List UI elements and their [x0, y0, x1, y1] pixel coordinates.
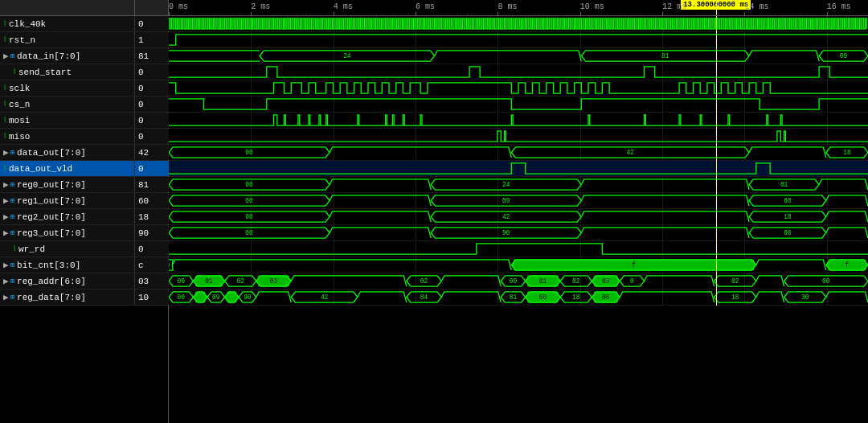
- expand-icon[interactable]: ▶: [3, 179, 9, 190]
- svg-text:00: 00: [178, 294, 185, 301]
- waveform-row[interactable]: [169, 113, 868, 129]
- signal-list: ⌇clk_40k0⌇rst_n1▶ ⊞data_in[7:0]81⌇send_s…: [0, 16, 169, 423]
- signal-value-cell: 90: [135, 225, 169, 240]
- svg-text:42: 42: [502, 213, 510, 220]
- timeline-header[interactable]: 13.300000000 ms0 ms2 ms4 ms6 ms8 ms10 ms…: [169, 0, 868, 16]
- signal-value-cell: 0: [135, 113, 169, 128]
- expand-icon[interactable]: ▶: [3, 195, 9, 206]
- signal-row[interactable]: ⌇miso0: [0, 129, 168, 145]
- expand-icon[interactable]: ▶: [3, 51, 9, 61]
- signal-value-cell: 1: [135, 32, 169, 47]
- signal-row[interactable]: ⌇data_out_vld0: [0, 161, 168, 177]
- svg-text:06: 06: [784, 229, 791, 236]
- signal-value-cell: 42: [135, 145, 169, 160]
- waveform-row[interactable]: 00010203020001020300200: [169, 273, 868, 290]
- waveform-row[interactable]: ff: [169, 257, 868, 273]
- signal-row[interactable]: ▶ ⊞data_out[7:0]42: [0, 145, 168, 161]
- signal-label: data_in[7:0]: [17, 51, 80, 61]
- signal-row[interactable]: ⌇wr_rd0: [0, 241, 168, 257]
- signal-row[interactable]: ▶ ⊞reg3_out[7:0]90: [0, 225, 168, 241]
- svg-text:01: 01: [539, 277, 547, 285]
- waveform-row[interactable]: [169, 32, 868, 48]
- waveform-row[interactable]: [169, 97, 868, 113]
- svg-text:18: 18: [843, 149, 850, 156]
- svg-text:60: 60: [539, 294, 547, 301]
- waveform-area[interactable]: 248109004218002481000960004218009006ff00…: [169, 16, 868, 423]
- signal-name-cell: ⌇miso: [0, 129, 135, 144]
- time-marker: 10 ms: [580, 2, 604, 11]
- expand-icon[interactable]: ▶: [3, 212, 9, 222]
- waveform-row[interactable]: [169, 80, 868, 97]
- signal-label: bit_cnt[3:0]: [17, 261, 80, 270]
- signal-row[interactable]: ⌇cs_n0: [0, 97, 168, 113]
- svg-text:02: 02: [731, 277, 739, 285]
- signal-row[interactable]: ▶ ⊞reg2_out[7:0]18: [0, 209, 168, 225]
- waveform-row[interactable]: [169, 161, 868, 177]
- signal-label: reg2_out[7:0]: [17, 212, 86, 222]
- signal-row[interactable]: ▶ ⊞reg1_out[7:0]60: [0, 193, 168, 209]
- expand-icon[interactable]: ▶: [3, 260, 9, 270]
- signal-label: reg3_out[7:0]: [17, 228, 86, 238]
- signal-value-cell: 0: [135, 129, 169, 144]
- signal-label: mosi: [9, 116, 30, 125]
- svg-text:18: 18: [784, 213, 791, 220]
- waveform-row[interactable]: 002481: [169, 177, 868, 193]
- signal-row[interactable]: ▶ ⊞reg0_out[7:0]81: [0, 177, 168, 193]
- signal-value-cell: 60: [135, 193, 169, 208]
- signal-name-cell: ▶ ⊞data_out[7:0]: [0, 145, 135, 160]
- signal-row[interactable]: ⌇rst_n1: [0, 32, 168, 48]
- time-marker: 6 ms: [416, 2, 435, 11]
- waveform-row[interactable]: 0009904284816018061830: [169, 290, 868, 306]
- bus-signal-icon: ⊞: [10, 51, 14, 60]
- waveform-row[interactable]: 248109: [169, 48, 868, 64]
- expand-icon[interactable]: ▶: [3, 276, 9, 286]
- signal-value-cell: 18: [135, 209, 169, 224]
- single-signal-icon: ⌇: [3, 19, 6, 28]
- bus-signal-icon: ⊞: [10, 180, 14, 189]
- svg-text:0: 0: [630, 277, 634, 285]
- signal-row[interactable]: ⌇clk_40k0: [0, 16, 168, 32]
- expand-icon[interactable]: ▶: [3, 228, 9, 238]
- svg-text:00: 00: [245, 181, 252, 188]
- signal-label: send_start: [18, 68, 72, 77]
- signal-row[interactable]: ▶ ⊞data_in[7:0]81: [0, 48, 168, 64]
- waveform-row[interactable]: [169, 241, 868, 257]
- single-signal-icon: ⌇: [3, 116, 6, 125]
- signal-label: data_out_vld: [9, 164, 72, 174]
- signal-label: data_out[7:0]: [17, 148, 86, 158]
- time-marker: 4 ms: [334, 2, 353, 11]
- svg-text:81: 81: [661, 52, 669, 60]
- signal-label: reg_data[7:0]: [17, 293, 86, 302]
- waveform-row[interactable]: [169, 16, 868, 32]
- bus-signal-icon: ⊞: [10, 261, 14, 269]
- signal-name-cell: ▶ ⊞reg_addr[6:0]: [0, 273, 135, 289]
- signal-row[interactable]: ▶ ⊞reg_data[7:0]10: [0, 290, 168, 306]
- cursor-line: [716, 16, 717, 306]
- signal-label: clk_40k: [9, 19, 46, 29]
- waveform-row[interactable]: [169, 64, 868, 80]
- signal-name-cell: ⌇wr_rd: [0, 241, 135, 257]
- waveform-row[interactable]: [169, 129, 868, 145]
- signal-row[interactable]: ⌇sclk0: [0, 80, 168, 97]
- bus-signal-icon: ⊞: [10, 228, 14, 237]
- single-signal-icon: ⌇: [3, 100, 6, 109]
- signal-name-cell: ▶ ⊞reg3_out[7:0]: [0, 225, 135, 240]
- signal-row[interactable]: ⌇mosi0: [0, 113, 168, 129]
- svg-text:81: 81: [780, 181, 788, 188]
- svg-text:84: 84: [420, 294, 428, 301]
- waveform-row[interactable]: 000960: [169, 193, 868, 209]
- signal-label: wr_rd: [18, 244, 45, 254]
- signal-label: rst_n: [9, 35, 35, 45]
- svg-text:60: 60: [784, 197, 791, 204]
- bus-signal-icon: ⊞: [10, 196, 14, 205]
- expand-icon[interactable]: ▶: [3, 292, 9, 302]
- signal-row[interactable]: ⌇send_start0: [0, 64, 168, 80]
- waveform-row[interactable]: 004218: [169, 209, 868, 225]
- svg-text:42: 42: [321, 294, 328, 301]
- waveform-row[interactable]: 004218: [169, 145, 868, 161]
- signal-row[interactable]: ▶ ⊞reg_addr[6:0]03: [0, 273, 168, 290]
- signal-name-cell: ⌇sclk: [0, 80, 135, 96]
- expand-icon[interactable]: ▶: [3, 147, 9, 158]
- signal-row[interactable]: ▶ ⊞bit_cnt[3:0]c: [0, 257, 168, 273]
- waveform-row[interactable]: 009006: [169, 225, 868, 241]
